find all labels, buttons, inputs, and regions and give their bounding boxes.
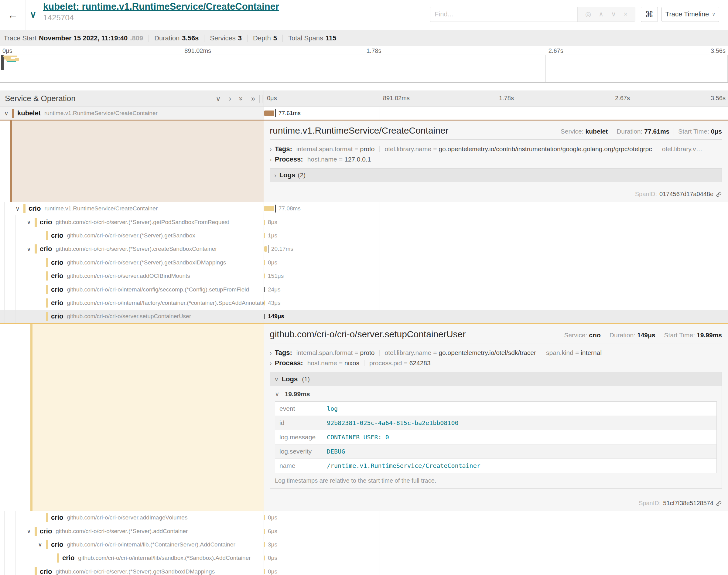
span-duration-bar[interactable] (264, 287, 265, 292)
span-duration-bar[interactable] (264, 220, 265, 225)
span-duration-bar[interactable] (264, 246, 267, 252)
span-row-name-cell[interactable]: ∨kubeletruntime.v1.RuntimeService/Create… (0, 107, 264, 120)
expand-chevron-icon[interactable]: ∨ (15, 205, 23, 212)
span-row-timeline-cell[interactable]: 151μs (264, 269, 728, 283)
span-row-timeline-cell[interactable]: 6μs (264, 524, 728, 538)
span-row-name-cell[interactable]: criogithub.com/cri-o/cri-o/server.addIma… (0, 511, 264, 524)
span-row-name-cell[interactable]: criogithub.com/cri-o/cri-o/internal/lib/… (0, 551, 264, 565)
span-row[interactable]: criogithub.com/cri-o/cri-o/server.(*Serv… (0, 229, 728, 242)
expand-chevron-icon[interactable]: ∨ (27, 218, 35, 226)
span-duration-bar[interactable] (264, 314, 265, 319)
expand-chevron-icon[interactable]: ∨ (38, 541, 46, 548)
keyboard-shortcuts-button[interactable]: ⌘ (641, 7, 658, 22)
span-row-timeline-cell[interactable]: 77.61ms (264, 107, 728, 120)
tree-indent-guide (27, 511, 38, 524)
span-duration-bar[interactable] (264, 110, 274, 116)
service-name: crio (51, 299, 63, 307)
span-row-timeline-cell[interactable]: 149μs (264, 310, 728, 323)
span-row[interactable]: criogithub.com/cri-o/cri-o/server.setupC… (0, 310, 728, 323)
span-row-name-cell[interactable]: criogithub.com/cri-o/cri-o/server.(*Serv… (0, 565, 264, 575)
span-row[interactable]: ∨crioruntime.v1.RuntimeService/CreateCon… (0, 202, 728, 215)
tags-row[interactable]: › Tags: internal.span.format=protootel.l… (270, 144, 722, 154)
span-row[interactable]: criogithub.com/cri-o/cri-o/internal/conf… (0, 283, 728, 296)
span-row-name-cell[interactable]: criogithub.com/cri-o/cri-o/internal/fact… (0, 296, 264, 310)
column-resize-handle[interactable] (259, 95, 262, 103)
span-row[interactable]: ∨kubeletruntime.v1.RuntimeService/Create… (0, 107, 728, 120)
minimap-drag-handle[interactable] (1, 55, 4, 70)
span-row-timeline-cell[interactable]: 77.08ms (264, 202, 728, 215)
span-row-timeline-cell[interactable]: 0μs (264, 256, 728, 269)
span-row-name-cell[interactable]: ∨crioruntime.v1.RuntimeService/CreateCon… (0, 202, 264, 215)
find-clear-icon[interactable]: × (624, 10, 627, 18)
span-row[interactable]: criogithub.com/cri-o/cri-o/internal/fact… (0, 296, 728, 310)
span-row[interactable]: ∨criogithub.com/cri-o/cri-o/server.(*Ser… (0, 524, 728, 538)
view-selector-button[interactable]: Trace Timeline ∨ (661, 7, 719, 22)
span-row-name-cell[interactable]: ∨criogithub.com/cri-o/cri-o/server.(*Ser… (0, 242, 264, 256)
link-icon[interactable] (716, 500, 722, 506)
span-row[interactable]: ∨criogithub.com/cri-o/cri-o/server.(*Ser… (0, 215, 728, 229)
span-duration-bar[interactable] (264, 555, 265, 561)
back-button[interactable]: ← (0, 0, 26, 30)
find-prev-icon[interactable]: ∧ (599, 10, 603, 18)
span-row-name-cell[interactable]: ∨criogithub.com/cri-o/cri-o/server.(*Ser… (0, 524, 264, 538)
expand-one-icon[interactable]: › (229, 94, 231, 103)
tree-indent-guide (15, 269, 27, 283)
span-row[interactable]: criogithub.com/cri-o/cri-o/server.(*Serv… (0, 256, 728, 269)
span-row-timeline-cell[interactable]: 0μs (264, 511, 728, 524)
span-row[interactable]: criogithub.com/cri-o/cri-o/internal/lib/… (0, 551, 728, 565)
tags-label: Tags: (275, 349, 292, 357)
span-duration-bar[interactable] (264, 569, 265, 574)
span-duration-bar[interactable] (264, 301, 265, 305)
expand-chevron-icon[interactable]: ∨ (4, 110, 12, 117)
find-input[interactable] (430, 7, 577, 22)
span-row-name-cell[interactable]: criogithub.com/cri-o/cri-o/server.(*Serv… (0, 256, 264, 269)
span-row-name-cell[interactable]: ∨criogithub.com/cri-o/cri-o/server.(*Ser… (0, 215, 264, 229)
minimap-canvas[interactable] (0, 55, 728, 82)
find-target-icon[interactable]: ◎ (585, 10, 591, 18)
process-row[interactable]: › Process: host.name=127.0.0.1 (270, 154, 722, 165)
tags-row[interactable]: › Tags: internal.span.format=protootel.l… (270, 348, 722, 358)
span-row-timeline-cell[interactable]: 1μs (264, 229, 728, 242)
service-color-bar (46, 231, 48, 240)
span-row[interactable]: criogithub.com/cri-o/cri-o/server.addOCI… (0, 269, 728, 283)
span-row-timeline-cell[interactable]: 20.17ms (264, 242, 728, 256)
span-row-timeline-cell[interactable]: 0μs (264, 551, 728, 565)
minimap-ticks: 0μs 891.02ms 1.78s 2.67s 3.56s (0, 46, 728, 55)
span-duration-bar[interactable] (264, 274, 265, 278)
span-row-timeline-cell[interactable]: 3μs (264, 538, 728, 551)
span-row-name-cell[interactable]: criogithub.com/cri-o/cri-o/server.(*Serv… (0, 229, 264, 242)
span-duration-bar[interactable] (264, 542, 265, 547)
logs-accordion-collapsed[interactable]: › Logs (2) (270, 168, 722, 182)
span-row-name-cell[interactable]: criogithub.com/cri-o/cri-o/server.addOCI… (0, 269, 264, 283)
trace-title-link[interactable]: kubelet: runtime.v1.RuntimeService/Creat… (43, 1, 279, 12)
span-duration-bar[interactable] (264, 515, 265, 520)
span-row-name-cell[interactable]: criogithub.com/cri-o/cri-o/internal/conf… (0, 283, 264, 296)
span-duration-bar[interactable] (264, 529, 265, 534)
span-row-timeline-cell[interactable]: 8μs (264, 215, 728, 229)
collapse-one-icon[interactable]: ∨ (216, 94, 221, 103)
collapse-all-icon[interactable]: » (237, 97, 245, 100)
span-row[interactable]: criogithub.com/cri-o/cri-o/server.(*Serv… (0, 565, 728, 575)
service-name: crio (62, 554, 74, 562)
span-row-timeline-cell[interactable]: 24μs (264, 283, 728, 296)
find-next-icon[interactable]: ∨ (611, 10, 616, 18)
span-row[interactable]: ∨criogithub.com/cri-o/cri-o/internal/lib… (0, 538, 728, 551)
span-duration-bar[interactable] (264, 260, 265, 265)
trace-collapse-chevron-icon[interactable]: ∨ (30, 9, 36, 20)
service-color-bar (35, 244, 37, 253)
link-icon[interactable] (716, 191, 722, 197)
expand-all-icon[interactable]: » (251, 94, 255, 103)
span-row[interactable]: ∨criogithub.com/cri-o/cri-o/server.(*Ser… (0, 242, 728, 256)
span-row[interactable]: criogithub.com/cri-o/cri-o/server.addIma… (0, 511, 728, 524)
expand-chevron-icon[interactable]: ∨ (27, 528, 35, 535)
expand-chevron-icon[interactable]: ∨ (27, 246, 35, 252)
span-row-timeline-cell[interactable]: 0μs (264, 565, 728, 575)
span-row-timeline-cell[interactable]: 43μs (264, 296, 728, 310)
process-row[interactable]: › Process: host.name=nixosprocess.pid=62… (270, 358, 722, 368)
span-row-name-cell[interactable]: criogithub.com/cri-o/cri-o/server.setupC… (0, 310, 264, 323)
span-row-name-cell[interactable]: ∨criogithub.com/cri-o/cri-o/internal/lib… (0, 538, 264, 551)
log-entry-header[interactable]: ∨ 19.99ms (275, 391, 717, 398)
span-duration-bar[interactable] (264, 206, 274, 211)
span-duration-bar[interactable] (264, 233, 265, 238)
logs-accordion-header[interactable]: ∨ Logs (1) (270, 372, 722, 386)
